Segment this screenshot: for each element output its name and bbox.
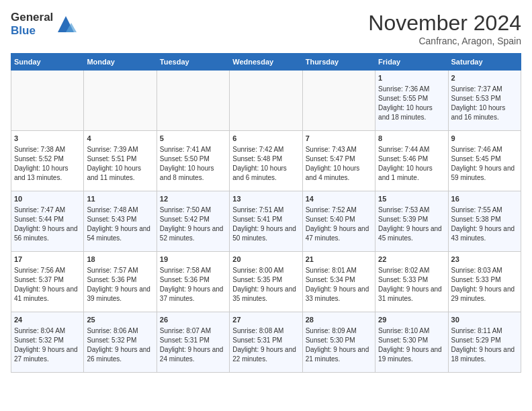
day-info: Sunrise: 8:04 AM	[14, 326, 81, 336]
logo-general: General	[11, 11, 53, 24]
day-info: Daylight: 10 hours and 4 minutes.	[306, 164, 372, 183]
day-info: Sunrise: 8:11 AM	[451, 326, 518, 336]
day-cell: 10Sunrise: 7:47 AMSunset: 5:44 PMDayligh…	[11, 191, 84, 252]
day-info: Sunset: 5:51 PM	[87, 154, 153, 164]
calendar-body: 1Sunrise: 7:36 AMSunset: 5:55 PMDaylight…	[11, 71, 521, 373]
day-info: Daylight: 9 hours and 33 minutes.	[306, 285, 372, 304]
day-cell: 20Sunrise: 8:00 AMSunset: 5:35 PMDayligh…	[230, 252, 302, 312]
day-info: Sunrise: 7:58 AM	[160, 266, 226, 275]
day-number: 27	[232, 315, 299, 325]
day-number: 12	[160, 194, 226, 204]
day-info: Sunrise: 7:51 AM	[232, 205, 299, 215]
day-number: 19	[160, 255, 226, 265]
day-number: 26	[160, 315, 226, 325]
day-number: 4	[87, 134, 153, 144]
day-number: 16	[451, 194, 518, 204]
day-number: 5	[160, 134, 226, 144]
week-row-5: 24Sunrise: 8:04 AMSunset: 5:32 PMDayligh…	[11, 312, 521, 373]
day-cell: 18Sunrise: 7:57 AMSunset: 5:36 PMDayligh…	[84, 252, 157, 312]
calendar-header: SundayMondayTuesdayWednesdayThursdayFrid…	[11, 54, 521, 71]
day-info: Sunset: 5:43 PM	[87, 215, 153, 224]
day-cell: 22Sunrise: 8:02 AMSunset: 5:33 PMDayligh…	[375, 252, 448, 312]
day-number: 18	[87, 255, 153, 265]
day-info: Sunrise: 7:56 AM	[14, 266, 81, 275]
day-number: 25	[87, 315, 153, 325]
day-info: Sunset: 5:50 PM	[160, 154, 226, 164]
day-info: Sunrise: 7:57 AM	[87, 266, 153, 275]
week-row-3: 10Sunrise: 7:47 AMSunset: 5:44 PMDayligh…	[11, 191, 521, 252]
week-row-2: 3Sunrise: 7:38 AMSunset: 5:52 PMDaylight…	[11, 131, 521, 191]
logo: General Blue	[11, 11, 77, 37]
day-info: Sunset: 5:35 PM	[232, 275, 299, 285]
day-number: 7	[306, 134, 372, 144]
calendar-table: SundayMondayTuesdayWednesdayThursdayFrid…	[11, 53, 521, 373]
day-number: 10	[14, 194, 81, 204]
weekday-header-wednesday: Wednesday	[230, 54, 302, 71]
day-info: Sunrise: 8:01 AM	[306, 266, 372, 275]
day-info: Daylight: 9 hours and 45 minutes.	[378, 224, 445, 243]
day-cell: 16Sunrise: 7:55 AMSunset: 5:38 PMDayligh…	[448, 191, 521, 252]
day-info: Sunrise: 8:09 AM	[306, 326, 372, 336]
day-number: 15	[378, 194, 445, 204]
day-number: 1	[378, 73, 445, 83]
day-info: Sunrise: 7:46 AM	[451, 145, 518, 154]
day-info: Sunrise: 7:52 AM	[306, 205, 372, 215]
weekday-header-saturday: Saturday	[448, 54, 521, 71]
day-info: Sunset: 5:40 PM	[306, 215, 372, 224]
day-info: Sunset: 5:38 PM	[451, 215, 518, 224]
day-cell	[11, 71, 84, 131]
day-info: Sunrise: 8:02 AM	[378, 266, 445, 275]
week-row-4: 17Sunrise: 7:56 AMSunset: 5:37 PMDayligh…	[11, 252, 521, 312]
weekday-header-sunday: Sunday	[11, 54, 84, 71]
day-info: Sunrise: 7:53 AM	[378, 205, 445, 215]
logo-icon	[55, 13, 77, 35]
day-info: Sunrise: 7:38 AM	[14, 145, 81, 154]
day-info: Daylight: 9 hours and 31 minutes.	[378, 285, 445, 304]
day-number: 23	[451, 255, 518, 265]
day-info: Sunset: 5:53 PM	[451, 94, 518, 103]
day-info: Daylight: 10 hours and 18 minutes.	[378, 103, 445, 122]
day-info: Daylight: 9 hours and 54 minutes.	[87, 224, 153, 243]
day-info: Sunrise: 7:48 AM	[87, 205, 153, 215]
day-number: 8	[378, 134, 445, 144]
day-info: Daylight: 10 hours and 8 minutes.	[160, 164, 226, 183]
day-info: Sunrise: 8:06 AM	[87, 326, 153, 336]
weekday-header-thursday: Thursday	[302, 54, 375, 71]
day-info: Daylight: 9 hours and 56 minutes.	[14, 224, 81, 243]
day-info: Sunset: 5:30 PM	[378, 336, 445, 345]
day-cell: 8Sunrise: 7:44 AMSunset: 5:46 PMDaylight…	[375, 131, 448, 191]
day-cell: 12Sunrise: 7:50 AMSunset: 5:42 PMDayligh…	[157, 191, 229, 252]
day-info: Daylight: 9 hours and 29 minutes.	[451, 285, 518, 304]
day-info: Daylight: 9 hours and 24 minutes.	[160, 345, 226, 364]
day-info: Daylight: 10 hours and 16 minutes.	[451, 103, 518, 122]
day-info: Sunset: 5:36 PM	[87, 275, 153, 285]
day-info: Sunrise: 7:50 AM	[160, 205, 226, 215]
day-number: 21	[306, 255, 372, 265]
day-cell: 23Sunrise: 8:03 AMSunset: 5:33 PMDayligh…	[448, 252, 521, 312]
day-cell: 19Sunrise: 7:58 AMSunset: 5:36 PMDayligh…	[157, 252, 229, 312]
day-info: Sunrise: 8:00 AM	[232, 266, 299, 275]
day-cell: 2Sunrise: 7:37 AMSunset: 5:53 PMDaylight…	[448, 71, 521, 131]
day-info: Sunset: 5:45 PM	[451, 154, 518, 164]
day-info: Sunset: 5:48 PM	[232, 154, 299, 164]
day-number: 9	[451, 134, 518, 144]
day-info: Sunset: 5:44 PM	[14, 215, 81, 224]
day-number: 14	[306, 194, 372, 204]
logo-blue: Blue	[11, 24, 53, 38]
day-info: Sunset: 5:55 PM	[378, 94, 445, 103]
day-number: 28	[306, 315, 372, 325]
day-info: Daylight: 9 hours and 43 minutes.	[451, 224, 518, 243]
day-number: 13	[232, 194, 299, 204]
day-cell: 21Sunrise: 8:01 AMSunset: 5:34 PMDayligh…	[302, 252, 375, 312]
weekday-header-tuesday: Tuesday	[157, 54, 229, 71]
day-cell	[302, 71, 375, 131]
day-info: Sunset: 5:31 PM	[232, 336, 299, 345]
day-info: Daylight: 9 hours and 21 minutes.	[306, 345, 372, 364]
day-info: Sunset: 5:41 PM	[232, 215, 299, 224]
day-info: Sunrise: 7:43 AM	[306, 145, 372, 154]
day-cell: 24Sunrise: 8:04 AMSunset: 5:32 PMDayligh…	[11, 312, 84, 373]
day-cell: 5Sunrise: 7:41 AMSunset: 5:50 PMDaylight…	[157, 131, 229, 191]
location: Canfranc, Aragon, Spain	[368, 36, 521, 46]
day-number: 20	[232, 255, 299, 265]
day-number: 6	[232, 134, 299, 144]
